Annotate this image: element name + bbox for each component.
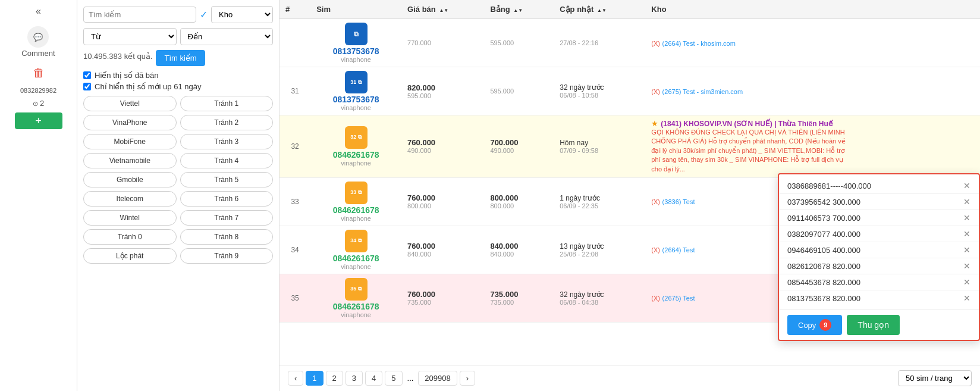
- page-btn-1[interactable]: 1: [306, 371, 323, 386]
- sim-number-4[interactable]: 0846261678: [333, 205, 379, 215]
- popup-item-text-6: 0826120678 820.000: [787, 262, 860, 271]
- tag-tranh6[interactable]: Tránh 6: [180, 191, 274, 207]
- update-cell-2: 32 ngày trước 06/08 - 10:58: [554, 67, 645, 115]
- col-num: #: [279, 0, 310, 19]
- sim-number-2[interactable]: 0813753678: [333, 95, 379, 104]
- price-cell-2: 820.000 595.000: [401, 67, 484, 115]
- show-sold-label: Hiển thị số đã bán: [95, 71, 158, 80]
- tag-gmobile[interactable]: Gmobile: [83, 172, 177, 187]
- delete-icon[interactable]: 🗑: [33, 66, 45, 80]
- popup-remove-2[interactable]: ✕: [963, 197, 970, 207]
- sim-badge-4: 33 ⧉: [345, 182, 368, 204]
- popup-remove-6[interactable]: ✕: [963, 261, 970, 271]
- kho-link-5[interactable]: (2664) Test: [662, 246, 695, 254]
- search-input[interactable]: [83, 7, 196, 23]
- row-num-6: 35: [279, 274, 310, 322]
- tag-tranh2[interactable]: Tránh 2: [180, 115, 274, 130]
- network-4: vinaphone: [341, 215, 371, 222]
- popup-content: 0386889681-----400.000 ✕ 0373956542 300.…: [779, 174, 979, 309]
- bang-cell-4: 800.000 800.000: [484, 177, 554, 226]
- range-row: Từ Đến: [83, 28, 273, 45]
- kho-cell-2: (X) (2675) Test - sim3mien.com: [645, 67, 980, 115]
- kho-cell-3: ★ (1841) KHOSOVIP.VN (SƠN HUẾ) | Thừa Th…: [645, 115, 980, 178]
- popup-remove-3[interactable]: ✕: [963, 213, 970, 223]
- sidebar: « 💬 Comment 🗑 0832829982 ⊙ 2 +: [0, 0, 77, 391]
- table-row: 31 31 ⧉ 0813753678 vinaphone 820.000 595…: [279, 67, 980, 115]
- tag-vietnamobile[interactable]: Vietnamobile: [83, 153, 177, 168]
- popup-item-text-3: 0911406573 700.000: [787, 214, 860, 223]
- collapse-btn[interactable]: «: [36, 6, 41, 17]
- sim-cell-4: 33 ⧉ 0846261678 vinaphone: [310, 177, 401, 226]
- page-btn-2[interactable]: 2: [326, 371, 343, 386]
- tag-tranh8[interactable]: Tránh 8: [180, 229, 274, 245]
- tag-viettel[interactable]: Viettel: [83, 96, 177, 111]
- page-size-select[interactable]: 50 sim / trang 100 sim / trang 200 sim /…: [898, 370, 972, 386]
- to-select[interactable]: Đến: [180, 28, 274, 45]
- kho-link-6[interactable]: (2675) Test: [662, 295, 695, 302]
- filter-panel: ✓ Kho Từ Đến 10.495.383 kết quả. Tìm kiế…: [77, 0, 279, 391]
- popup-remove-4[interactable]: ✕: [963, 229, 970, 239]
- sim-number-6[interactable]: 0846261678: [333, 302, 379, 311]
- tag-vinaphone[interactable]: VinaPhone: [83, 115, 177, 130]
- network-6: vinaphone: [341, 311, 371, 318]
- row-num-2: 31: [279, 67, 310, 115]
- popup-remove-8[interactable]: ✕: [963, 293, 970, 303]
- tag-tranh7[interactable]: Tránh 7: [180, 210, 274, 226]
- page-btn-4[interactable]: 4: [365, 371, 382, 386]
- page-btn-5[interactable]: 5: [385, 371, 402, 386]
- popup-item-text-8: 0813753678 820.000: [787, 294, 860, 303]
- copy-label: Copy: [798, 321, 816, 330]
- popup-remove-7[interactable]: ✕: [963, 277, 970, 287]
- tag-tranh0[interactable]: Tránh 0: [83, 229, 177, 245]
- from-select[interactable]: Từ: [83, 28, 177, 45]
- popup-remove-5[interactable]: ✕: [963, 245, 970, 255]
- copy-button[interactable]: Copy 9: [787, 315, 842, 335]
- popup-item-5: 0946469105 400.000 ✕: [779, 242, 979, 258]
- tag-tranh4[interactable]: Tránh 4: [180, 153, 274, 168]
- prev-page-btn[interactable]: ‹: [288, 371, 303, 386]
- tag-tranh5[interactable]: Tránh 5: [180, 172, 274, 187]
- sim-badge-1: ⧉: [345, 23, 368, 45]
- tag-mobifone[interactable]: MobiFone: [83, 134, 177, 149]
- tag-tranh3[interactable]: Tránh 3: [180, 134, 274, 149]
- page-btn-last[interactable]: 209908: [418, 371, 457, 386]
- kho-link-1[interactable]: (2664) Test - khosim.com: [662, 40, 736, 47]
- sim-number-3[interactable]: 0846261678: [333, 150, 379, 159]
- popup-remove-1[interactable]: ✕: [963, 181, 970, 190]
- price-cell-1: 770.000: [401, 19, 484, 67]
- sim-number-5[interactable]: 0846261678: [333, 254, 379, 263]
- tag-wintel[interactable]: Wintel: [83, 210, 177, 226]
- tag-tranh9[interactable]: Tránh 9: [180, 248, 274, 264]
- network-3: vinaphone: [341, 159, 371, 167]
- popup-item-text-1: 0386889681-----400.000: [787, 182, 871, 190]
- bang-cell-6: 735.000 735.000: [484, 274, 554, 322]
- kho-link-2[interactable]: (2675) Test - sim3mien.com: [662, 88, 743, 95]
- table-row: ⧉ 0813753678 vinaphone 770.000 595.000: [279, 19, 980, 67]
- popup-item-1: 0386889681-----400.000 ✕: [779, 178, 979, 194]
- show-new-label: Chỉ hiển thị số mới up 61 ngày: [95, 82, 201, 91]
- collapse-button[interactable]: Thu gọn: [847, 315, 900, 335]
- kho-select[interactable]: Kho: [211, 6, 273, 23]
- popup-item-8: 0813753678 820.000 ✕: [779, 290, 979, 306]
- kho-link-3[interactable]: (1841) KHOSOVIP.VN (SƠN HUẾ) | Thừa Thiê…: [661, 120, 833, 128]
- next-page-btn[interactable]: ›: [460, 371, 475, 386]
- show-sold-checkbox[interactable]: [83, 71, 91, 79]
- comment-label: Comment: [21, 49, 55, 58]
- search-button[interactable]: Tìm kiếm: [156, 50, 205, 66]
- search-check-icon: ✓: [200, 9, 208, 20]
- price-cell-4: 760.000 800.000: [401, 177, 484, 226]
- page-btn-3[interactable]: 3: [345, 371, 363, 386]
- add-button[interactable]: +: [15, 112, 62, 129]
- update-cell-1: 27/08 - 22:16: [554, 19, 645, 67]
- popup-item-2: 0373956542 300.000 ✕: [779, 194, 979, 210]
- show-new-checkbox[interactable]: [83, 83, 91, 90]
- tag-locphat[interactable]: Lộc phát: [83, 248, 177, 264]
- sidebar-item-comment[interactable]: 💬 Comment: [21, 26, 55, 58]
- kho-link-4[interactable]: (3836) Test: [662, 198, 695, 205]
- network-5: vinaphone: [341, 263, 371, 270]
- sim-number-1[interactable]: 0813753678: [333, 46, 379, 56]
- tag-itelecom[interactable]: Itelecom: [83, 191, 177, 207]
- tag-tranh1[interactable]: Tránh 1: [180, 96, 274, 111]
- popup-item-7: 0854453678 820.000 ✕: [779, 274, 979, 290]
- sim-cell-2: 31 ⧉ 0813753678 vinaphone: [310, 67, 401, 115]
